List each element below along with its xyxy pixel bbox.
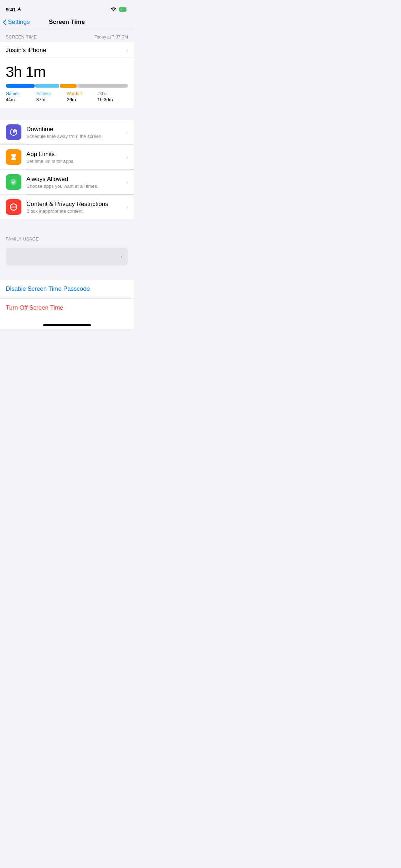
svg-rect-1 xyxy=(119,7,126,11)
disable-passcode-label[interactable]: Disable Screen Time Passcode xyxy=(6,285,90,292)
device-chevron-icon: › xyxy=(126,47,128,53)
app-limits-text: App Limits Set time limits for apps. xyxy=(26,151,126,164)
location-icon xyxy=(17,7,21,11)
no-entry-icon-svg xyxy=(9,202,19,212)
games-bar xyxy=(6,84,35,88)
menu-list: Downtime Schedule time away from the scr… xyxy=(0,120,134,219)
app-item-words2: Words 2 26m xyxy=(67,91,98,102)
status-bar: 9:41 xyxy=(0,0,134,16)
family-usage-row-container: › xyxy=(0,242,134,271)
gray-separator-1 xyxy=(0,108,134,120)
screen-time-section-time: Today at 7:07 PM xyxy=(95,35,128,40)
turn-off-row[interactable]: Turn Off Screen Time xyxy=(0,299,134,317)
always-allowed-icon xyxy=(6,174,21,190)
device-row[interactable]: Justin's iPhone › xyxy=(0,42,134,59)
family-usage-row[interactable]: › xyxy=(6,248,128,265)
downtime-subtitle: Schedule time away from the screen. xyxy=(26,134,126,139)
usage-progress-bar xyxy=(6,84,128,88)
downtime-chevron-icon: › xyxy=(126,129,128,135)
app-name-settings: Settings xyxy=(36,91,67,96)
app-duration-other: 1h 30m xyxy=(97,97,128,102)
content-privacy-chevron-icon: › xyxy=(126,204,128,210)
app-limits-subtitle: Set time limits for apps. xyxy=(26,159,126,164)
family-usage-section: FAMILY USAGE xyxy=(0,231,134,242)
nav-bar: Settings Screen Time xyxy=(0,16,134,30)
app-item-games: Games 44m xyxy=(6,91,36,102)
app-limits-menu-item[interactable]: App Limits Set time limits for apps. › xyxy=(0,145,134,170)
always-allowed-text: Always Allowed Choose apps you want at a… xyxy=(26,176,126,189)
content-privacy-icon xyxy=(6,199,21,215)
chevron-left-icon xyxy=(3,19,6,25)
battery-icon xyxy=(119,7,128,12)
checkmark-shield-icon-svg xyxy=(9,177,19,187)
words2-bar xyxy=(60,84,77,88)
page-title: Screen Time xyxy=(49,19,85,26)
settings-bar xyxy=(35,84,59,88)
downtime-icon-svg xyxy=(9,128,18,137)
family-usage-chevron-icon: › xyxy=(120,254,122,259)
home-indicator xyxy=(0,317,134,329)
app-limits-chevron-icon: › xyxy=(126,154,128,160)
bottom-actions: Disable Screen Time Passcode Turn Off Sc… xyxy=(0,280,134,317)
content-privacy-subtitle: Block inappropriate content. xyxy=(26,208,126,214)
downtime-text: Downtime Schedule time away from the scr… xyxy=(26,126,126,139)
status-time: 9:41 xyxy=(6,6,16,12)
turn-off-label[interactable]: Turn Off Screen Time xyxy=(6,304,63,311)
app-name-other: Other xyxy=(97,91,128,96)
disable-passcode-row[interactable]: Disable Screen Time Passcode xyxy=(0,280,134,299)
downtime-title: Downtime xyxy=(26,126,126,133)
screen-time-section-label: SCREEN TIME xyxy=(6,35,37,40)
app-name-words2: Words 2 xyxy=(67,91,98,96)
device-name: Justin's iPhone xyxy=(6,47,46,54)
always-allowed-title: Always Allowed xyxy=(26,176,126,183)
content-privacy-text: Content & Privacy Restrictions Block ina… xyxy=(26,201,126,214)
family-usage-label: FAMILY USAGE xyxy=(6,237,39,242)
app-item-settings: Settings 37m xyxy=(36,91,67,102)
app-breakdown: Games 44m Settings 37m Words 2 26m Other… xyxy=(6,91,128,102)
app-limits-icon xyxy=(6,149,21,165)
app-duration-words2: 26m xyxy=(67,97,98,102)
gray-separator-3 xyxy=(0,271,134,280)
hourglass-icon-svg xyxy=(9,152,19,162)
app-duration-settings: 37m xyxy=(36,97,67,102)
always-allowed-menu-item[interactable]: Always Allowed Choose apps you want at a… xyxy=(0,170,134,195)
app-name-games: Games xyxy=(6,91,36,96)
gray-separator-2 xyxy=(0,219,134,231)
content-privacy-title: Content & Privacy Restrictions xyxy=(26,201,126,208)
always-allowed-subtitle: Choose apps you want at all times. xyxy=(26,184,126,189)
home-bar xyxy=(43,324,91,326)
content-privacy-menu-item[interactable]: Content & Privacy Restrictions Block ina… xyxy=(0,195,134,219)
always-allowed-chevron-icon: › xyxy=(126,179,128,185)
total-usage-time: 3h 1m xyxy=(6,63,128,81)
screen-time-header: SCREEN TIME Today at 7:07 PM xyxy=(0,30,134,42)
other-bar xyxy=(77,84,128,88)
back-button[interactable]: Settings xyxy=(3,19,30,26)
usage-area: 3h 1m Games 44m Settings 37m Words 2 26m xyxy=(0,59,134,108)
wifi-icon xyxy=(110,7,117,11)
app-duration-games: 44m xyxy=(6,97,36,102)
back-label: Settings xyxy=(8,19,30,26)
downtime-menu-item[interactable]: Downtime Schedule time away from the scr… xyxy=(0,120,134,145)
app-limits-title: App Limits xyxy=(26,151,126,158)
downtime-icon xyxy=(6,124,21,140)
app-item-other: Other 1h 30m xyxy=(97,91,128,102)
